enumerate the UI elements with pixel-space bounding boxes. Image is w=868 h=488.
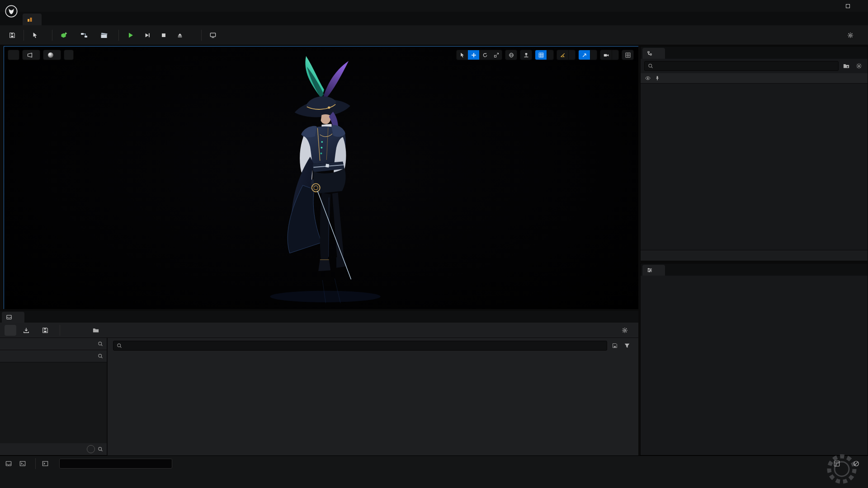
search-icon[interactable] <box>98 353 103 359</box>
add-button[interactable] <box>5 325 16 336</box>
derived-data-button[interactable] <box>834 460 843 467</box>
source-control-button[interactable] <box>853 460 863 467</box>
play-options-button[interactable] <box>189 28 197 42</box>
save-all-button[interactable] <box>39 325 54 336</box>
content-browser-main <box>108 338 638 455</box>
console-command-input[interactable] <box>59 459 172 469</box>
outliner-rows <box>641 84 868 250</box>
pin-icon[interactable] <box>655 75 660 81</box>
rotation-snap-button[interactable] <box>557 50 568 60</box>
window-maximize-button[interactable] <box>841 0 854 12</box>
eject-button[interactable] <box>173 28 187 42</box>
toolbar-separator <box>60 325 60 336</box>
collections-header[interactable] <box>0 443 107 455</box>
tab-outliner[interactable] <box>642 48 665 59</box>
outliner-search-box[interactable] <box>644 61 839 71</box>
search-icon[interactable] <box>98 341 103 347</box>
grid-snap-control <box>535 50 554 60</box>
save-search-button[interactable] <box>610 341 620 351</box>
view-mode-dropdown[interactable] <box>43 50 61 60</box>
play-icon <box>127 32 134 39</box>
scale-tool-button[interactable] <box>491 50 502 60</box>
play-button[interactable] <box>123 28 138 42</box>
tab-content-browser[interactable] <box>2 312 24 323</box>
asset-search-box[interactable] <box>113 341 607 351</box>
outliner-footer <box>641 250 868 261</box>
asset-search-input[interactable] <box>125 343 604 349</box>
toolbar-separator <box>24 30 24 41</box>
output-log-icon <box>19 460 26 467</box>
favorites-header[interactable] <box>0 338 107 350</box>
perspective-dropdown[interactable] <box>22 50 40 60</box>
details-panel <box>640 263 868 455</box>
tab-details[interactable] <box>642 265 665 276</box>
gear-icon <box>847 32 854 38</box>
blueprints-button[interactable] <box>77 28 94 42</box>
search-icon[interactable] <box>98 446 103 452</box>
path-folder-icon <box>93 327 99 333</box>
maximize-icon <box>846 4 850 8</box>
cursor-icon <box>32 32 38 38</box>
forward-button[interactable] <box>79 325 89 335</box>
settings-dropdown[interactable] <box>844 28 863 42</box>
cmd-dropdown[interactable] <box>42 460 55 467</box>
lit-sphere-icon <box>48 52 53 58</box>
scale-icon <box>494 52 499 58</box>
output-log-button[interactable] <box>19 460 29 467</box>
new-folder-button[interactable] <box>841 61 851 71</box>
globe-icon <box>509 52 514 58</box>
outliner-search-input[interactable] <box>656 63 835 69</box>
toolbar-separator <box>201 30 202 41</box>
filter-button[interactable] <box>623 341 633 351</box>
show-dropdown[interactable] <box>64 50 74 60</box>
viewport-layout-toggle <box>622 50 634 60</box>
world-space-button[interactable] <box>505 50 517 60</box>
document-tabstrip <box>0 12 868 25</box>
add-actor-button[interactable] <box>57 28 74 42</box>
content-browser-settings-button[interactable] <box>618 325 634 336</box>
window-minimize-button[interactable] <box>827 0 841 12</box>
camera-speed-button[interactable] <box>600 50 612 60</box>
frame-skip-button[interactable] <box>141 28 154 42</box>
filter-icon <box>624 343 630 348</box>
camera-speed-value[interactable] <box>612 50 618 60</box>
import-button[interactable] <box>20 325 35 336</box>
outliner-search-row <box>641 59 868 73</box>
select-mode-dropdown[interactable] <box>28 28 47 42</box>
outliner-settings-button[interactable] <box>854 61 864 71</box>
scale-snap-value[interactable] <box>590 50 597 60</box>
save-icon <box>612 343 618 348</box>
import-icon <box>23 327 29 333</box>
grid-snap-button[interactable] <box>535 50 547 60</box>
toolbar-separator <box>52 30 52 41</box>
maximize-viewport-button[interactable] <box>622 50 633 60</box>
rotation-snap-value[interactable] <box>568 50 575 60</box>
viewport-options-button[interactable] <box>8 50 19 60</box>
surface-snap-button[interactable] <box>520 50 532 60</box>
monitor-icon <box>210 32 216 38</box>
project-header[interactable] <box>0 350 107 362</box>
add-collection-button[interactable] <box>87 445 95 453</box>
rotate-tool-button[interactable] <box>479 50 491 60</box>
content-browser-toolbar <box>0 323 638 338</box>
viewport-3d[interactable] <box>4 46 638 309</box>
save-button[interactable] <box>5 28 19 42</box>
search-icon <box>117 343 122 348</box>
move-tool-button[interactable] <box>468 50 479 60</box>
cinematics-button[interactable] <box>97 28 114 42</box>
window-close-button[interactable] <box>854 0 868 12</box>
select-tool-button[interactable] <box>457 50 468 60</box>
status-bar <box>0 455 868 488</box>
stop-button[interactable] <box>157 28 170 42</box>
eye-icon[interactable] <box>645 75 651 81</box>
back-button[interactable] <box>66 325 75 335</box>
tab-renderscene[interactable] <box>23 14 42 25</box>
details-empty-message <box>641 276 868 455</box>
platforms-dropdown[interactable] <box>206 28 225 42</box>
asset-search-row <box>108 338 638 353</box>
content-drawer-button[interactable] <box>5 460 15 467</box>
content-browser-panel <box>0 310 638 455</box>
scale-snap-button[interactable] <box>579 50 590 60</box>
surface-snap-icon <box>524 52 529 58</box>
grid-snap-value[interactable] <box>547 50 553 60</box>
